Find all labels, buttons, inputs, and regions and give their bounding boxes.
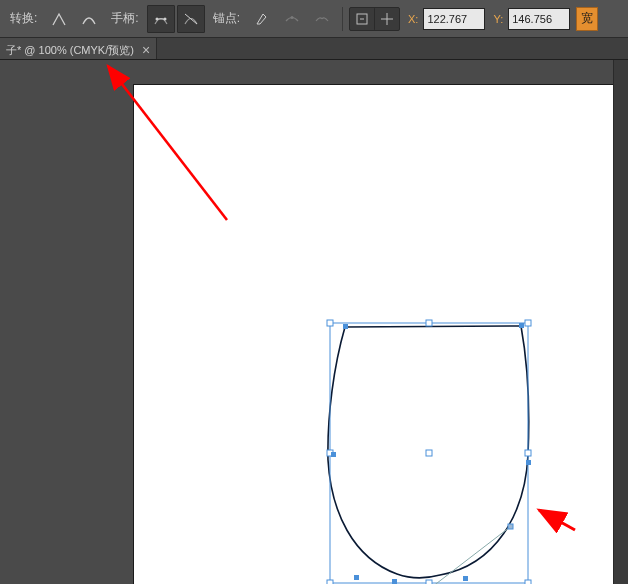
anchor-label: 锚点: bbox=[207, 10, 246, 27]
svg-rect-11 bbox=[331, 452, 336, 457]
selection-center-handle[interactable] bbox=[426, 450, 432, 456]
x-coordinate-input[interactable] bbox=[423, 8, 485, 30]
selection-handles[interactable] bbox=[327, 320, 531, 584]
y-axis-label: Y: bbox=[487, 13, 506, 25]
svg-rect-12 bbox=[526, 460, 531, 465]
width-button[interactable]: 宽 bbox=[576, 7, 598, 31]
align-reference-group bbox=[349, 7, 400, 31]
svg-rect-10 bbox=[519, 323, 524, 328]
align-center-button[interactable] bbox=[374, 8, 399, 30]
corner-point-icon bbox=[51, 11, 67, 27]
svg-point-1 bbox=[155, 17, 158, 20]
handle-show-icon bbox=[153, 11, 169, 27]
svg-rect-14 bbox=[392, 579, 397, 584]
align-object-button[interactable] bbox=[350, 8, 374, 30]
selection-resize-handle[interactable] bbox=[525, 320, 531, 326]
svg-rect-13 bbox=[354, 575, 359, 580]
anchor-cut-button[interactable] bbox=[308, 5, 336, 33]
svg-point-2 bbox=[163, 17, 166, 20]
handle-mode-b-button[interactable] bbox=[177, 5, 205, 33]
svg-point-4 bbox=[291, 16, 294, 19]
anchor-add-button[interactable] bbox=[278, 5, 306, 33]
selection-resize-handle[interactable] bbox=[426, 320, 432, 326]
vertical-scrollbar[interactable] bbox=[613, 60, 628, 584]
bezier-handle-end[interactable] bbox=[508, 524, 513, 529]
selection-resize-handle[interactable] bbox=[525, 580, 531, 584]
toolbar-divider bbox=[342, 7, 343, 31]
control-bar: 转换: 手柄: 锚点: bbox=[0, 0, 628, 38]
close-document-button[interactable]: × bbox=[142, 45, 150, 55]
work-area bbox=[0, 60, 628, 584]
pen-add-icon bbox=[284, 11, 300, 27]
width-button-label: 宽 bbox=[581, 10, 593, 27]
selection-resize-handle[interactable] bbox=[327, 580, 333, 584]
selection-resize-handle[interactable] bbox=[525, 450, 531, 456]
svg-rect-16 bbox=[463, 576, 468, 581]
svg-rect-9 bbox=[343, 324, 348, 329]
selection-resize-handle[interactable] bbox=[426, 580, 432, 584]
document-tab[interactable]: 子* @ 100% (CMYK/预览) × bbox=[0, 38, 157, 59]
canvas[interactable] bbox=[0, 60, 614, 584]
convert-smooth-button[interactable] bbox=[75, 5, 103, 33]
convert-label: 转换: bbox=[4, 10, 43, 27]
document-tab-strip: 子* @ 100% (CMYK/预览) × bbox=[0, 38, 628, 60]
selection-resize-handle[interactable] bbox=[327, 320, 333, 326]
svg-line-3 bbox=[185, 14, 197, 24]
vector-artwork[interactable] bbox=[0, 60, 614, 584]
anchor-remove-button[interactable] bbox=[248, 5, 276, 33]
scissors-icon bbox=[314, 11, 330, 27]
handle-mode-a-button[interactable] bbox=[147, 5, 175, 33]
pen-minus-icon bbox=[254, 11, 270, 27]
y-coordinate-input[interactable] bbox=[508, 8, 570, 30]
handle-label: 手柄: bbox=[105, 10, 144, 27]
x-axis-label: X: bbox=[402, 13, 421, 25]
smooth-point-icon bbox=[81, 11, 97, 27]
document-tab-title: 子* @ 100% (CMYK/预览) bbox=[6, 43, 134, 58]
handle-hide-icon bbox=[183, 11, 199, 27]
align-object-icon bbox=[355, 12, 369, 26]
convert-corner-button[interactable] bbox=[45, 5, 73, 33]
align-center-icon bbox=[380, 12, 394, 26]
